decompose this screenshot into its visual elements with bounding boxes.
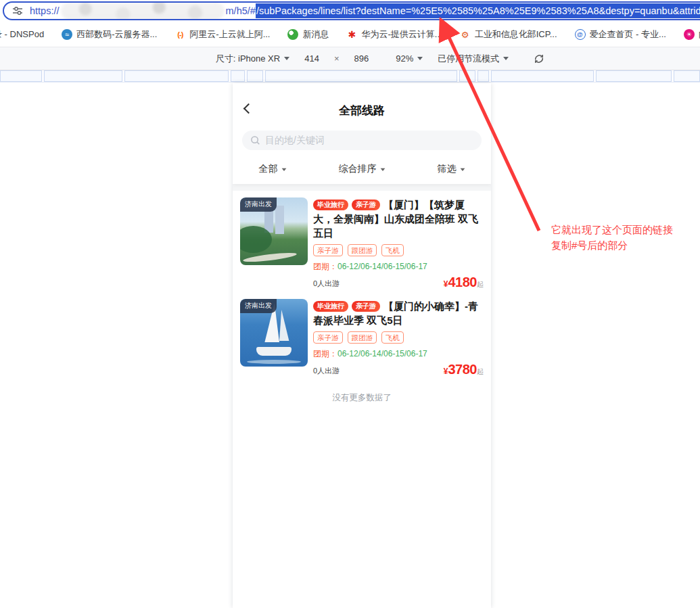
no-more-data-text: 没有更多数据了 <box>233 392 491 404</box>
zoom-select[interactable]: 92% <box>396 53 423 64</box>
media-query-segment[interactable] <box>124 70 229 82</box>
filter-bar: 全部 综合排序 筛选 <box>233 156 491 184</box>
currency-symbol: ¥ <box>444 367 448 376</box>
filter-all[interactable]: 全部 <box>259 163 287 175</box>
viewport-height-field[interactable]: 896 <box>354 53 369 64</box>
tour-thumbnail: 济南出发 <box>240 299 308 367</box>
browser-url-row: https:// m/h5/# /subPackages/lines/list?… <box>0 0 700 22</box>
chevron-down-icon <box>503 57 509 63</box>
page-top-section: 全部线路 目的地/关键词 全部 综合排序 筛选 <box>233 83 491 184</box>
date-label: 团期： <box>313 349 337 358</box>
rotate-device-icon[interactable] <box>533 53 545 65</box>
filter-filter[interactable]: 筛选 <box>438 163 465 175</box>
tour-card[interactable]: 济南出发 毕业旅行亲子游【厦门】【筑梦厦大，全景闽南】山东成团全陪班 双飞五日 … <box>233 197 491 290</box>
tour-title: 毕业旅行亲子游【厦门】【筑梦厦大，全景闽南】山东成团全陪班 双飞五日 <box>313 197 484 240</box>
emulated-viewport: 全部线路 目的地/关键词 全部 综合排序 筛选 <box>233 83 491 608</box>
url-bar[interactable]: https:// m/h5/# /subPackages/lines/list?… <box>3 1 700 20</box>
price-value: 3780 <box>448 362 477 377</box>
media-query-segment[interactable] <box>459 70 475 82</box>
page-header: 全部线路 <box>233 83 491 131</box>
search-input[interactable]: 目的地/关键词 <box>242 131 482 150</box>
site-settings-icon[interactable] <box>12 5 23 16</box>
feature-tag: 跟团游 <box>348 244 377 256</box>
device-mode-canvas: 全部线路 目的地/关键词 全部 综合排序 筛选 <box>0 83 700 608</box>
chevron-down-icon <box>284 57 289 63</box>
promo-tag: 亲子游 <box>352 301 380 312</box>
chevron-down-icon <box>281 168 286 173</box>
media-query-segment[interactable] <box>0 70 42 82</box>
device-select[interactable]: 尺寸: iPhone XR <box>216 53 289 65</box>
annotation-line2: 复制#号后的部分 <box>551 237 673 253</box>
date-label: 团期： <box>313 262 337 271</box>
bookmark-west-digital[interactable]: 西部数码-云服务器... <box>62 28 157 41</box>
page-title: 全部线路 <box>339 103 385 118</box>
device-select-label: 尺寸: iPhone XR <box>216 53 280 65</box>
media-query-segment[interactable] <box>265 70 457 82</box>
bookmark-label: 华为云-提供云计算... <box>361 28 442 41</box>
departure-dates: 团期：06-12/06-14/06-15/06-17 <box>313 348 484 360</box>
device-toolbar: 尺寸: iPhone XR 414 × 896 92% 已停用节流模式 <box>0 47 700 70</box>
tour-card-body: 毕业旅行亲子游【厦门的小确幸】-青春派毕业季 双飞5日 亲子游 跟团游 飞机 团… <box>313 299 484 377</box>
media-query-bar <box>0 70 700 83</box>
bookmark-sunlogin[interactable]: 向日葵远程控制... <box>684 28 700 41</box>
bookmark-label: 录 - DNSPod <box>0 28 44 41</box>
media-query-segment[interactable] <box>596 70 672 82</box>
card-footer: 0人出游 ¥4180起 <box>313 275 484 290</box>
bookmark-aiqicha[interactable]: 爱企查首页 - 专业... <box>575 28 666 41</box>
feature-tags: 亲子游 跟团游 飞机 <box>313 331 484 344</box>
thumbnail-art <box>243 251 298 264</box>
search-placeholder: 目的地/关键词 <box>265 135 325 147</box>
filter-sort[interactable]: 综合排序 <box>339 163 386 175</box>
throttling-select[interactable]: 已停用节流模式 <box>438 53 509 65</box>
annotation-text: 它就出现了这个页面的链接 复制#号后的部分 <box>551 222 673 253</box>
bookmark-aliyun[interactable]: 阿里云-上云就上阿... <box>174 28 270 41</box>
chevron-down-icon <box>380 168 385 173</box>
chevron-down-icon <box>460 168 465 173</box>
filter-label: 综合排序 <box>339 163 377 175</box>
price: ¥3780起 <box>444 362 484 377</box>
chevron-down-icon <box>417 57 423 63</box>
filter-label: 筛选 <box>438 163 457 175</box>
media-query-segment[interactable] <box>44 70 122 82</box>
price: ¥4180起 <box>444 275 484 290</box>
redacted-domain <box>61 2 225 20</box>
new-message-icon <box>287 29 298 40</box>
tour-card-body: 毕业旅行亲子游【厦门】【筑梦厦大，全景闽南】山东成团全陪班 双飞五日 亲子游 跟… <box>313 197 484 290</box>
date-values: 06-12/06-14/06-15/06-17 <box>337 349 427 358</box>
media-query-segment[interactable] <box>477 70 489 82</box>
card-footer: 0人出游 ¥3780起 <box>313 362 484 377</box>
tour-list: 济南出发 毕业旅行亲子游【厦门】【筑梦厦大，全景闽南】山东成团全陪班 双飞五日 … <box>233 191 491 404</box>
url-selected-text[interactable]: /subPackages/lines/list?destName=%25E5%2… <box>256 3 700 18</box>
aiqicha-icon <box>575 29 586 40</box>
url-text[interactable]: https:// m/h5/# /subPackages/lines/list?… <box>30 2 700 20</box>
price-suffix: 起 <box>477 281 484 288</box>
sunflower-icon <box>684 29 695 40</box>
travelers-count: 0人出游 <box>313 366 340 377</box>
promo-tag: 毕业旅行 <box>313 200 348 210</box>
origin-badge: 济南出发 <box>240 299 277 313</box>
media-query-segment[interactable] <box>674 70 700 82</box>
bookmark-huaweicloud[interactable]: 华为云-提供云计算... <box>346 28 442 41</box>
bookmark-news[interactable]: 新消息 <box>287 28 329 41</box>
feature-tag: 亲子游 <box>313 331 343 344</box>
promo-tag: 亲子游 <box>352 200 380 210</box>
tour-card[interactable]: 济南出发 毕业旅行亲子游【厦门的小确幸】-青春派毕业季 双飞5日 亲子游 跟团游… <box>233 299 491 377</box>
dimension-separator: × <box>334 53 340 64</box>
bookmark-miit-icp[interactable]: 工业和信息化部ICP... <box>460 28 557 41</box>
bookmark-label: 新消息 <box>302 28 329 41</box>
media-query-segment[interactable] <box>491 70 594 82</box>
media-query-segment[interactable] <box>231 70 245 82</box>
tour-thumbnail: 济南出发 <box>240 197 308 265</box>
west-digital-icon <box>62 29 72 40</box>
feature-tags: 亲子游 跟团游 飞机 <box>313 244 484 256</box>
thumbnail-art <box>247 360 301 364</box>
promo-tag: 毕业旅行 <box>313 301 348 312</box>
back-icon[interactable] <box>243 103 254 114</box>
bookmark-dnspod[interactable]: 录 - DNSPod <box>0 28 44 41</box>
viewport-width-field[interactable]: 414 <box>304 53 319 64</box>
huawei-icon <box>346 29 357 40</box>
feature-tag: 亲子游 <box>313 244 343 256</box>
media-query-segment[interactable] <box>247 70 263 82</box>
feature-tag: 飞机 <box>381 331 404 344</box>
bookmark-label: 阿里云-上云就上阿... <box>189 28 270 41</box>
